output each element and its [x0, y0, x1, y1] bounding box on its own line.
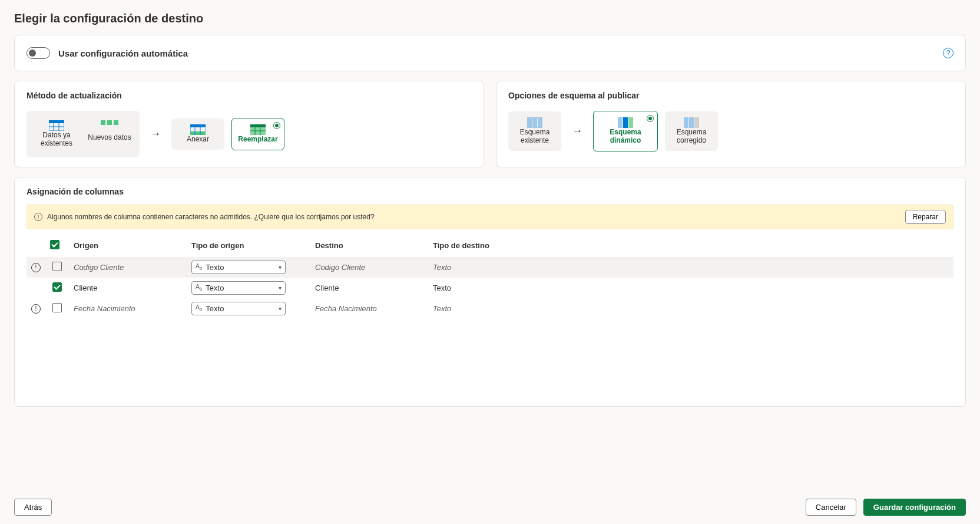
schema-options-title: Opciones de esquema al publicar [508, 91, 953, 100]
update-method-card: Método de actualización Datos ya existen… [14, 81, 484, 167]
origin-type-select[interactable]: AbTexto▾ [191, 261, 286, 274]
error-icon: ! [31, 263, 41, 272]
cancel-button[interactable]: Cancelar [806, 499, 856, 516]
table-append-icon [190, 124, 206, 135]
origin-cell: Cliente [69, 278, 187, 298]
destination-type-cell: Texto [428, 257, 953, 278]
svg-rect-28 [694, 117, 699, 128]
tile-existing-data: Datos ya existentes [30, 114, 83, 154]
column-mapping-title: Asignación de columnas [27, 187, 953, 196]
svg-rect-22 [538, 117, 542, 128]
row-checkbox[interactable] [52, 262, 62, 271]
type-value: Texto [206, 284, 224, 292]
bars-green-icon [101, 120, 118, 125]
tile-label: Nuevos datos [85, 133, 134, 141]
svg-rect-23 [618, 117, 623, 128]
text-type-icon: Ab [196, 263, 202, 271]
svg-rect-25 [628, 117, 633, 128]
tile-label: Esquema corregido [667, 128, 716, 145]
schema-dynamic-icon [618, 117, 633, 128]
footer: Atrás Cancelar Guardar configuración [0, 490, 980, 524]
header-origin: Origen [69, 234, 187, 257]
auto-config-label: Usar configuración automática [58, 48, 188, 58]
tile-label: Anexar [174, 135, 222, 143]
row-checkbox[interactable] [52, 282, 62, 292]
header-destination: Destino [310, 234, 428, 257]
destination-cell: Fecha Nacimiento [310, 298, 428, 319]
tile-label: Datos ya existentes [32, 131, 81, 148]
text-type-icon: Ab [196, 284, 202, 292]
destination-type-cell: Texto [428, 298, 953, 319]
table-row: !Fecha NacimientoAbTexto▾Fecha Nacimient… [27, 298, 953, 319]
schema-options-card: Opciones de esquema al publicar Esquema … [496, 81, 966, 167]
tile-append[interactable]: Anexar [171, 118, 224, 149]
svg-rect-6 [107, 120, 112, 125]
checkbox-select-all[interactable] [50, 240, 59, 249]
schema-existing-icon [527, 117, 542, 128]
type-value: Texto [206, 304, 224, 313]
arrow-icon: → [568, 125, 586, 137]
svg-rect-20 [527, 117, 532, 128]
toggle-knob [29, 50, 36, 57]
svg-rect-9 [190, 124, 206, 127]
svg-rect-21 [532, 117, 537, 128]
auto-config-toggle[interactable] [27, 47, 50, 59]
type-value: Texto [206, 263, 224, 272]
save-button[interactable]: Guardar configuración [863, 499, 966, 516]
header-destination-type: Tipo de destino [428, 234, 953, 257]
tile-label: Reemplazar [234, 135, 282, 143]
chevron-down-icon: ▾ [279, 305, 282, 312]
svg-rect-7 [114, 120, 118, 125]
origin-cell: Fecha Nacimiento [69, 298, 187, 319]
chevron-down-icon: ▾ [279, 264, 282, 271]
origin-type-select[interactable]: AbTexto▾ [191, 302, 286, 315]
tile-schema-fixed[interactable]: Esquema corregido [665, 111, 718, 151]
destination-cell: Cliente [310, 278, 428, 298]
arrow-icon: → [147, 128, 164, 140]
mapping-table: Origen Tipo de origen Destino Tipo de de… [27, 234, 953, 319]
svg-rect-26 [684, 117, 688, 128]
svg-rect-1 [49, 120, 64, 123]
tile-new-data: Nuevos datos [83, 114, 136, 154]
radio-selected-icon [273, 122, 280, 129]
radio-selected-icon [647, 115, 654, 122]
info-icon: i [34, 213, 42, 221]
text-type-icon: Ab [196, 304, 202, 312]
table-row: !Codigo ClienteAbTexto▾Codigo ClienteTex… [27, 257, 953, 278]
origin-type-select[interactable]: AbTexto▾ [191, 281, 286, 295]
svg-rect-14 [250, 124, 266, 127]
help-icon[interactable]: ? [943, 48, 953, 58]
update-method-title: Método de actualización [27, 91, 472, 100]
error-icon: ! [31, 304, 41, 314]
tile-label: Esquema existente [511, 128, 559, 145]
header-origin-type: Tipo de origen [187, 234, 310, 257]
auto-config-card: Usar configuración automática ? [14, 35, 966, 71]
svg-rect-5 [101, 120, 105, 125]
tile-replace[interactable]: Reemplazar [231, 118, 284, 150]
table-row: ClienteAbTexto▾ClienteTexto [27, 278, 953, 298]
warning-text: Algunos nombres de columna contienen car… [47, 213, 375, 221]
row-checkbox[interactable] [52, 303, 62, 312]
repair-button[interactable]: Reparar [905, 210, 946, 224]
destination-type-cell: Texto [428, 278, 953, 298]
tile-schema-dynamic[interactable]: Esquema dinámico [593, 111, 658, 151]
svg-rect-24 [623, 117, 628, 128]
warning-bar: i Algunos nombres de columna contienen c… [27, 205, 953, 229]
svg-rect-27 [689, 117, 694, 128]
tile-label: Esquema dinámico [596, 128, 655, 145]
back-button[interactable]: Atrás [14, 499, 52, 516]
destination-cell: Codigo Cliente [310, 257, 428, 278]
schema-fixed-icon [684, 117, 699, 128]
origin-cell: Codigo Cliente [69, 257, 187, 278]
source-data-group: Datos ya existentes Nuevos datos [27, 111, 140, 157]
chevron-down-icon: ▾ [279, 285, 282, 291]
table-replace-icon [250, 124, 266, 135]
page-title: Elegir la configuración de destino [14, 12, 966, 25]
table-blue-icon [49, 120, 64, 131]
tile-schema-existing: Esquema existente [508, 111, 561, 151]
column-mapping-card: Asignación de columnas i Algunos nombres… [14, 177, 966, 407]
